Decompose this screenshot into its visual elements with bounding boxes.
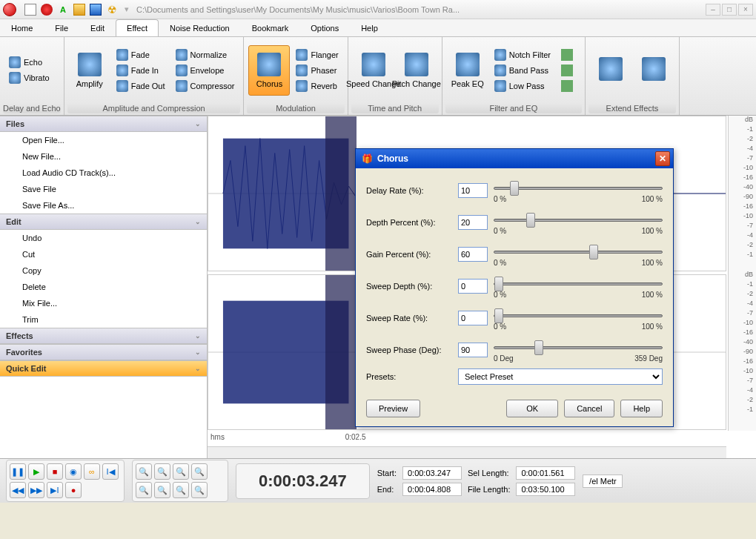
param-input-1[interactable]: [458, 215, 488, 230]
param-input-4[interactable]: [458, 311, 488, 325]
ext1-button[interactable]: [557, 47, 580, 62]
open-icon[interactable]: [73, 4, 85, 16]
band-pass-button[interactable]: Band Pass: [490, 63, 555, 78]
zoom-v-in-button[interactable]: 🔍: [136, 482, 152, 498]
phaser-button[interactable]: Phaser: [291, 63, 342, 78]
sidebar-item-cut[interactable]: Cut: [0, 246, 207, 262]
reverb-button[interactable]: Reverb: [291, 79, 342, 93]
param-slider-5[interactable]: [494, 341, 663, 354]
wave-selection[interactable]: [325, 116, 357, 271]
sidebar-header-files[interactable]: Files⌄: [0, 116, 207, 132]
sidebar-header-favorites[interactable]: Favorites⌄: [0, 344, 207, 360]
peak-eq-button[interactable]: Peak EQ: [447, 45, 488, 96]
goto-end-button[interactable]: ▶I: [47, 482, 63, 498]
pitch-change-button[interactable]: Pitch Change: [396, 45, 437, 96]
menu-tab-home[interactable]: Home: [0, 19, 44, 36]
param-slider-0[interactable]: [494, 182, 663, 195]
normalize-button[interactable]: Normalize: [171, 47, 239, 62]
menu-tab-help[interactable]: Help: [350, 19, 389, 36]
zoom-out-button[interactable]: 🔍: [154, 463, 170, 480]
menu-tab-effect[interactable]: Effect: [116, 19, 159, 36]
forward-button[interactable]: ▶▶: [28, 482, 44, 498]
param-slider-2[interactable]: [494, 245, 663, 259]
fade-out-button[interactable]: Fade Out: [112, 79, 170, 93]
zoom-next-button[interactable]: 🔍: [191, 482, 208, 498]
close-button[interactable]: ×: [738, 4, 753, 16]
amplify-button[interactable]: Amplify: [69, 45, 110, 96]
sidebar-header-quick-edit[interactable]: Quick Edit⌄: [0, 360, 207, 377]
dialog-titlebar[interactable]: 🎁 Chorus ✕: [356, 149, 673, 168]
zoom-v-out-button[interactable]: 🔍: [154, 482, 170, 498]
goto-start-button[interactable]: I◀: [102, 463, 119, 480]
menu-tab-options[interactable]: Options: [299, 19, 350, 36]
chorus-button[interactable]: Chorus: [248, 45, 290, 96]
sidebar-item-new-file-[interactable]: New File...: [0, 148, 207, 165]
presets-select[interactable]: Select Preset: [458, 368, 663, 385]
param-input-5[interactable]: [458, 343, 488, 357]
menu-tab-edit[interactable]: Edit: [79, 19, 116, 36]
param-input-0[interactable]: [458, 183, 488, 198]
ext2-button[interactable]: [557, 63, 580, 78]
burn-icon[interactable]: ☢: [106, 4, 118, 16]
sidebar-item-undo[interactable]: Undo: [0, 230, 207, 246]
envelope-button[interactable]: Envelope: [171, 63, 239, 78]
low-pass-button[interactable]: Low Pass: [490, 79, 555, 93]
compressor-button[interactable]: Compressor: [171, 79, 239, 93]
sel-length-value[interactable]: 0:00:01.561: [516, 466, 575, 480]
zoom-fit-button[interactable]: 🔍: [191, 463, 208, 480]
new-doc-icon[interactable]: [24, 4, 36, 16]
menu-tab-file[interactable]: File: [44, 19, 79, 36]
pause-button[interactable]: ❚❚: [10, 463, 26, 480]
sidebar-item-copy[interactable]: Copy: [0, 262, 207, 279]
minimize-button[interactable]: –: [706, 4, 720, 16]
param-input-3[interactable]: [458, 279, 488, 294]
help-button[interactable]: Help: [620, 400, 663, 417]
notch-filter-button[interactable]: Notch Filter: [490, 47, 555, 62]
stop-button[interactable]: ■: [47, 463, 63, 480]
menu-tab-bookmark[interactable]: Bookmark: [241, 19, 300, 36]
rewind-button[interactable]: ◀◀: [10, 482, 26, 498]
ok-button[interactable]: OK: [506, 400, 558, 417]
fade-button[interactable]: Fade: [112, 47, 170, 62]
echo-button[interactable]: Echo: [4, 55, 54, 70]
sidebar-item-delete[interactable]: Delete: [0, 279, 207, 295]
sidebar-item-load-audio-cd-track-s-[interactable]: Load Audio CD Track(s)...: [0, 165, 207, 181]
param-slider-1[interactable]: [494, 214, 663, 227]
param-slider-4[interactable]: [494, 309, 663, 323]
param-input-2[interactable]: [458, 247, 488, 262]
dialog-close-button[interactable]: ✕: [655, 151, 670, 166]
sidebar-item-open-file-[interactable]: Open File...: [0, 132, 207, 148]
save-icon[interactable]: [90, 4, 102, 16]
end-value[interactable]: 0:00:04.808: [402, 483, 462, 496]
start-value[interactable]: 0:00:03.247: [402, 466, 462, 480]
zoom-sel-button[interactable]: 🔍: [173, 463, 189, 480]
file-length-value[interactable]: 0:03:50.100: [516, 483, 575, 496]
horizontal-scrollbar[interactable]: [208, 446, 726, 458]
cancel-button[interactable]: Cancel: [564, 400, 614, 417]
loop-button[interactable]: ∞: [84, 463, 100, 480]
zoom-in-button[interactable]: 🔍: [136, 463, 152, 480]
sidebar-item-save-file-as-[interactable]: Save File As...: [0, 197, 207, 214]
flanger-button[interactable]: Flanger: [291, 47, 342, 62]
app-record-icon[interactable]: [3, 3, 16, 16]
speed-change-button[interactable]: Speed Change: [353, 45, 394, 96]
record-button[interactable]: ●: [65, 482, 82, 498]
sidebar-header-effects[interactable]: Effects⌄: [0, 328, 207, 344]
sidebar-header-edit[interactable]: Edit⌄: [0, 214, 207, 230]
vibrato-button[interactable]: Vibrato: [4, 70, 54, 85]
menu-tab-noise-reduction[interactable]: Noise Reduction: [159, 19, 241, 36]
fade-in-button[interactable]: Fade In: [112, 63, 170, 78]
play-loop-button[interactable]: ◉: [65, 463, 82, 480]
param-slider-3[interactable]: [494, 277, 663, 291]
maximize-button[interactable]: □: [722, 4, 737, 16]
sidebar-item-save-file[interactable]: Save File: [0, 181, 207, 197]
sidebar-item-trim[interactable]: Trim: [0, 311, 207, 328]
ext3-button[interactable]: [557, 79, 580, 93]
zoom-prev-button[interactable]: 🔍: [173, 482, 189, 498]
wave-selection[interactable]: [325, 275, 357, 429]
text-icon[interactable]: A: [57, 4, 69, 16]
play-button[interactable]: ▶: [28, 463, 44, 480]
record-icon[interactable]: [41, 4, 53, 16]
ext-b-icon-button[interactable]: [633, 45, 674, 96]
ext-a-icon-button[interactable]: [590, 45, 631, 96]
